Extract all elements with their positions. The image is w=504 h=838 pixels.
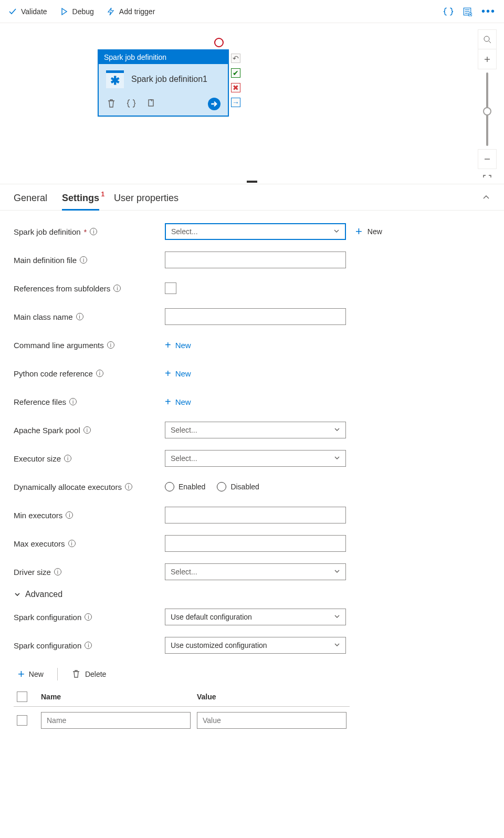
info-icon[interactable]: i — [85, 613, 92, 621]
table-row — [14, 707, 350, 735]
config-value-input[interactable] — [197, 712, 346, 729]
zoom-in-button[interactable] — [478, 49, 497, 69]
checkmark-icon — [8, 7, 17, 16]
chevron-down-icon — [333, 227, 340, 236]
main-def-file-input[interactable] — [165, 252, 346, 268]
port-failure-icon[interactable]: ✖ — [231, 83, 240, 92]
dyn-alloc-label: Dynamically allocate executors — [14, 483, 122, 491]
spark-job-def-select[interactable]: Select... — [165, 223, 346, 240]
py-ref-new-button[interactable]: + New — [165, 368, 346, 380]
config-new-button[interactable]: + New — [14, 667, 48, 681]
property-tabs: General Settings 1 User properties — [0, 184, 504, 211]
info-icon[interactable]: i — [64, 455, 71, 462]
plus-icon: + — [355, 225, 362, 238]
spark-config-label-2: Spark configuration — [14, 641, 81, 650]
more-icon[interactable]: ••• — [481, 5, 496, 17]
executor-size-select[interactable]: Select... — [165, 450, 346, 467]
disabled-label: Disabled — [230, 483, 259, 491]
tab-general[interactable]: General — [14, 193, 47, 210]
plus-icon: + — [18, 667, 25, 681]
properties-icon[interactable] — [463, 7, 472, 16]
activity-output-port[interactable] — [208, 98, 220, 110]
main-def-file-label: Main definition file — [14, 256, 77, 265]
disabled-radio[interactable] — [217, 482, 226, 491]
refs-subfolders-checkbox[interactable] — [165, 282, 176, 294]
required-marker: * — [84, 227, 87, 236]
col-value-header: Value — [194, 687, 350, 707]
driver-size-label: Driver size — [14, 568, 51, 577]
info-icon[interactable]: i — [90, 228, 97, 235]
spark-pool-select[interactable]: Select... — [165, 422, 346, 438]
spark-config-default-select[interactable]: Use default configuration — [165, 609, 346, 625]
code-braces-icon[interactable] — [444, 7, 453, 16]
spark-config-custom-select[interactable]: Use customized configuration — [165, 637, 346, 654]
zoom-slider[interactable] — [486, 72, 488, 146]
zoom-out-button[interactable] — [478, 149, 497, 169]
info-icon[interactable]: i — [125, 483, 132, 490]
info-icon[interactable]: i — [54, 568, 61, 575]
search-canvas-button[interactable] — [478, 29, 497, 49]
spark-config-label-1: Spark configuration — [14, 613, 81, 622]
panel-resize-handle[interactable] — [247, 181, 257, 183]
info-icon[interactable]: i — [80, 256, 87, 264]
info-icon[interactable]: i — [66, 511, 73, 519]
delete-activity-icon[interactable] — [106, 98, 117, 110]
main-class-input[interactable] — [165, 308, 346, 325]
config-name-input[interactable] — [41, 712, 191, 729]
validate-button[interactable]: Validate — [8, 7, 47, 16]
info-icon[interactable]: i — [68, 540, 76, 547]
svg-point-6 — [484, 36, 489, 41]
info-icon[interactable]: i — [83, 426, 91, 434]
info-icon[interactable]: i — [76, 313, 83, 320]
info-icon[interactable]: i — [96, 370, 103, 377]
port-completion-icon[interactable]: → — [231, 98, 240, 107]
min-exec-label: Min executors — [14, 511, 62, 520]
chevron-down-icon — [334, 426, 340, 434]
cmd-args-new-button[interactable]: + New — [165, 339, 346, 351]
tab-settings[interactable]: Settings 1 — [62, 193, 99, 210]
ref-files-label: Reference files — [14, 397, 66, 406]
validate-label: Validate — [21, 7, 47, 16]
driver-size-select[interactable]: Select... — [165, 563, 346, 580]
settings-form: Spark job definition * i Select... + New… — [0, 211, 504, 755]
enabled-radio[interactable] — [165, 482, 174, 491]
refs-subfolders-label: References from subfolders — [14, 284, 110, 293]
new-spark-job-def-button[interactable]: + New — [355, 225, 382, 238]
tab-user-properties[interactable]: User properties — [114, 193, 178, 210]
pipeline-canvas[interactable]: Spark job definition ✱ Spark job definit… — [0, 23, 504, 184]
activity-name: Spark job definition1 — [131, 74, 207, 85]
add-trigger-button[interactable]: Add trigger — [107, 7, 155, 16]
add-trigger-label: Add trigger — [119, 7, 155, 16]
info-icon[interactable]: i — [107, 341, 114, 349]
min-exec-input[interactable] — [165, 507, 346, 523]
config-table: Name Value — [14, 687, 350, 734]
row-checkbox[interactable] — [17, 715, 27, 726]
activity-code-icon[interactable] — [126, 98, 136, 110]
zoom-thumb[interactable] — [483, 107, 491, 116]
executor-size-label: Executor size — [14, 454, 61, 463]
max-exec-label: Max executors — [14, 539, 65, 548]
plus-icon: + — [165, 368, 171, 380]
spark-icon: ✱ — [106, 70, 124, 88]
advanced-toggle[interactable]: Advanced — [14, 590, 490, 599]
py-ref-label: Python code reference — [14, 369, 93, 378]
chevron-down-icon — [334, 613, 340, 621]
zoom-controls — [478, 29, 497, 189]
debug-button[interactable]: Debug — [60, 7, 94, 16]
port-retry-icon[interactable]: ↶ — [231, 54, 240, 63]
col-name-header: Name — [38, 687, 194, 707]
max-exec-input[interactable] — [165, 535, 346, 552]
config-delete-button[interactable]: Delete — [67, 669, 110, 680]
collapse-panel-button[interactable] — [482, 193, 490, 210]
copy-activity-icon[interactable] — [146, 98, 156, 110]
validation-error-badge — [214, 38, 224, 47]
info-icon[interactable]: i — [85, 642, 92, 649]
ref-files-new-button[interactable]: + New — [165, 396, 346, 408]
info-icon[interactable]: i — [69, 398, 77, 405]
port-success-icon[interactable]: ✔ — [231, 68, 240, 78]
info-icon[interactable]: i — [113, 285, 121, 292]
main-class-label: Main class name — [14, 312, 73, 321]
select-all-checkbox[interactable] — [17, 692, 27, 702]
activity-body: ✱ Spark job definition1 — [99, 64, 228, 95]
activity-card[interactable]: Spark job definition ✱ Spark job definit… — [98, 49, 229, 117]
